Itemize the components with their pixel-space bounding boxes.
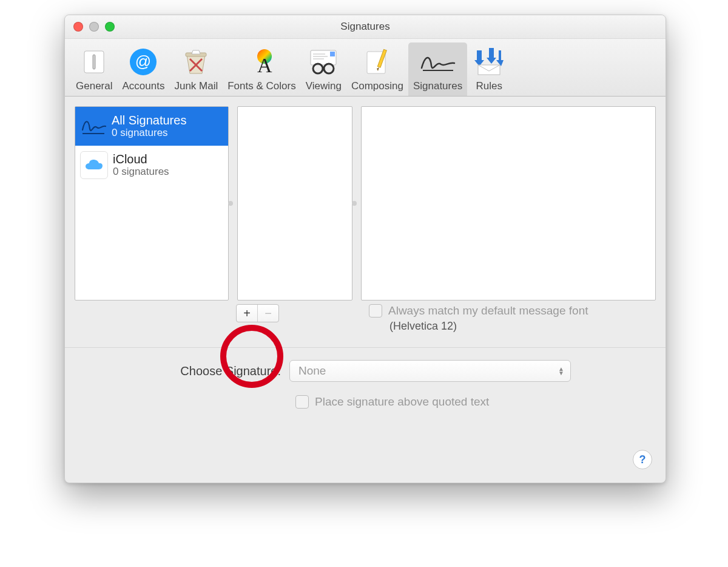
match-font-detail: (Helvetica 12): [369, 320, 588, 333]
signature-icon: [80, 113, 107, 140]
toolbar-label: Accounts: [122, 80, 164, 92]
toolbar-signatures[interactable]: Signatures: [408, 42, 467, 96]
signature-preview[interactable]: [361, 106, 656, 300]
help-icon: ?: [639, 453, 646, 466]
toolbar-junk-mail[interactable]: Junk Mail: [169, 42, 223, 96]
add-remove-group: + −: [236, 304, 279, 322]
close-window-button[interactable]: [73, 22, 83, 32]
fonts-colors-icon: A: [228, 45, 295, 79]
svg-text:A: A: [257, 54, 272, 76]
choose-signature-label: Choose Signature:: [75, 364, 281, 378]
column-resize-handle[interactable]: [352, 201, 357, 206]
choose-signature-popup[interactable]: None ▲▼: [289, 360, 571, 382]
signature-names-list[interactable]: [237, 106, 352, 300]
signatures-content: All Signatures 0 signatures iCloud 0 sig…: [65, 97, 666, 300]
toolbar-label: Composing: [351, 80, 403, 92]
svg-rect-1: [93, 55, 95, 69]
svg-marker-22: [496, 50, 504, 66]
account-title: iCloud: [113, 152, 169, 166]
window-controls: [65, 22, 115, 32]
toolbar-composing[interactable]: Composing: [346, 42, 408, 96]
signatures-icon: [413, 45, 462, 79]
zoom-window-button[interactable]: [105, 22, 115, 32]
account-title: All Signatures: [112, 114, 186, 127]
place-above-label: Place signature above quoted text: [315, 395, 489, 409]
chevron-up-down-icon: ▲▼: [558, 367, 564, 375]
choose-signature-value: None: [298, 364, 326, 378]
help-button[interactable]: ?: [633, 450, 652, 469]
under-columns-row: + − Always match my default message font…: [65, 300, 666, 333]
general-icon: [76, 45, 112, 79]
toolbar-rules[interactable]: Rules: [467, 42, 511, 96]
place-above-checkbox: [295, 395, 309, 409]
toolbar-label: Rules: [472, 80, 506, 92]
account-icloud[interactable]: iCloud 0 signatures: [75, 146, 228, 185]
preferences-window: Signatures General @: [64, 15, 666, 483]
bottom-form: Choose Signature: None ▲▼ Place signatur…: [65, 348, 666, 409]
toolbar-label: Signatures: [413, 80, 462, 92]
toolbar-general[interactable]: General: [71, 42, 117, 96]
account-subtitle: 0 signatures: [113, 166, 169, 178]
svg-marker-21: [487, 48, 496, 64]
toolbar-label: General: [76, 80, 112, 92]
accounts-icon: @: [122, 45, 164, 79]
svg-rect-10: [330, 52, 335, 56]
svg-marker-20: [474, 50, 484, 66]
toolbar-viewing[interactable]: Viewing: [301, 42, 346, 96]
minimize-window-button: [89, 22, 99, 32]
match-font-checkbox: [369, 304, 382, 317]
preferences-toolbar: General @ Accounts: [65, 39, 666, 97]
toolbar-label: Junk Mail: [174, 80, 218, 92]
account-subtitle: 0 signatures: [112, 127, 186, 139]
minus-icon: −: [265, 307, 272, 321]
window-title: Signatures: [65, 21, 666, 33]
svg-rect-23: [478, 65, 500, 75]
toolbar-label: Fonts & Colors: [228, 80, 295, 92]
viewing-icon: [306, 45, 342, 79]
remove-signature-button: −: [257, 305, 278, 322]
add-signature-button[interactable]: +: [237, 305, 257, 322]
toolbar-fonts-colors[interactable]: A Fonts & Colors: [223, 42, 300, 96]
plus-icon: +: [243, 307, 251, 321]
icloud-icon: [80, 151, 108, 179]
match-font-group: Always match my default message font (He…: [369, 304, 588, 333]
accounts-list[interactable]: All Signatures 0 signatures iCloud 0 sig…: [75, 106, 229, 300]
toolbar-accounts[interactable]: @ Accounts: [117, 42, 169, 96]
svg-text:@: @: [135, 52, 151, 70]
toolbar-label: Viewing: [306, 80, 342, 92]
column-resize-handle[interactable]: [228, 201, 233, 206]
match-font-label: Always match my default message font: [388, 304, 588, 317]
account-all-signatures[interactable]: All Signatures 0 signatures: [75, 107, 228, 146]
junk-mail-icon: [174, 45, 218, 79]
rules-icon: [472, 45, 506, 79]
titlebar: Signatures: [65, 15, 666, 39]
composing-icon: [351, 45, 403, 79]
